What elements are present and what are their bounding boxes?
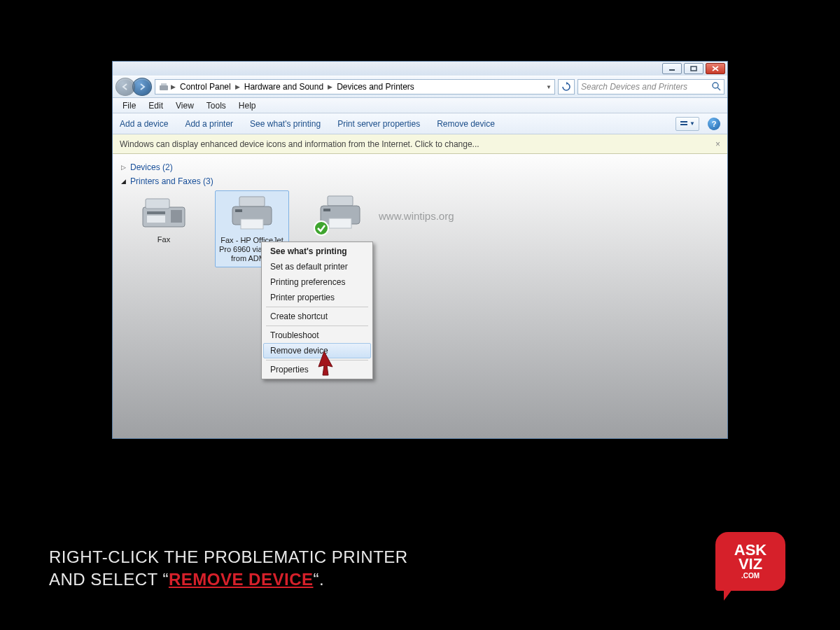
chevron-down-icon[interactable]: ▼ bbox=[546, 84, 552, 90]
help-button[interactable]: ? bbox=[708, 118, 720, 130]
printers-list: Fax Fax - HP OfficeJet Pro 6960 via DOT4… bbox=[121, 190, 719, 267]
search-input[interactable]: Search Devices and Printers bbox=[578, 79, 724, 94]
svg-rect-6 bbox=[680, 121, 687, 122]
svg-rect-19 bbox=[329, 218, 351, 228]
logo-text-com: .COM bbox=[741, 573, 760, 580]
window-titlebar bbox=[113, 62, 727, 76]
device-label: Fax bbox=[158, 235, 170, 244]
add-printer-button[interactable]: Add a printer bbox=[185, 119, 233, 129]
menu-bar: File Edit View Tools Help bbox=[113, 98, 727, 113]
remove-device-button[interactable]: Remove device bbox=[437, 119, 495, 129]
caption-line1: RIGHT-CLICK THE PROBLEMATIC PRINTER bbox=[49, 546, 408, 568]
command-toolbar: Add a device Add a printer See what's pr… bbox=[113, 113, 727, 134]
nav-buttons bbox=[115, 78, 152, 96]
back-button[interactable] bbox=[115, 78, 135, 96]
group-printers[interactable]: ◢ Printers and Faxes (3) bbox=[121, 176, 719, 186]
info-bar[interactable]: Windows can display enhanced device icon… bbox=[113, 134, 727, 154]
menu-tools[interactable]: Tools bbox=[201, 99, 232, 112]
fax-icon bbox=[139, 193, 189, 232]
svg-rect-13 bbox=[239, 197, 265, 206]
refresh-button[interactable] bbox=[558, 79, 575, 94]
annotation-arrow-icon bbox=[313, 350, 337, 378]
view-options-button[interactable]: ▼ bbox=[676, 117, 699, 131]
group-printers-label: Printers and Faxes (3) bbox=[130, 176, 214, 186]
breadcrumb-separator-icon: ▶ bbox=[235, 83, 240, 90]
navigation-bar: ▶ Control Panel ▶ Hardware and Sound ▶ D… bbox=[113, 76, 727, 98]
menu-edit[interactable]: Edit bbox=[143, 99, 169, 112]
see-printing-button[interactable]: See what's printing bbox=[250, 119, 321, 129]
address-bar[interactable]: ▶ Control Panel ▶ Hardware and Sound ▶ D… bbox=[155, 79, 555, 94]
chevron-down-icon: ▼ bbox=[690, 120, 695, 127]
minimize-button[interactable] bbox=[662, 63, 682, 74]
svg-rect-2 bbox=[160, 85, 168, 90]
breadcrumb-hardware-sound[interactable]: Hardware and Sound bbox=[241, 80, 326, 93]
ctx-create-shortcut[interactable]: Create shortcut bbox=[263, 309, 371, 324]
caption-highlight: REMOVE DEVICE bbox=[169, 570, 314, 589]
add-device-button[interactable]: Add a device bbox=[120, 119, 168, 129]
logo-bubble: ASK VIZ .COM bbox=[715, 532, 785, 591]
ctx-printing-preferences[interactable]: Printing preferences bbox=[263, 274, 371, 290]
svg-point-21 bbox=[314, 221, 328, 235]
caption-line2b: “. bbox=[313, 570, 324, 589]
menu-help[interactable]: Help bbox=[233, 99, 262, 112]
search-placeholder: Search Devices and Printers bbox=[581, 82, 687, 92]
svg-rect-9 bbox=[146, 199, 169, 209]
ctx-printer-properties[interactable]: Printer properties bbox=[263, 290, 371, 305]
maximize-button[interactable] bbox=[684, 63, 704, 74]
askviz-logo: ASK VIZ .COM bbox=[715, 532, 792, 602]
printer-icon bbox=[227, 194, 277, 233]
default-check-icon bbox=[314, 220, 329, 236]
breadcrumb-separator-icon: ▶ bbox=[328, 83, 332, 90]
ctx-separator bbox=[266, 326, 368, 326]
ctx-separator bbox=[266, 307, 368, 307]
info-bar-close-icon[interactable]: × bbox=[715, 139, 720, 149]
content-area: ▷ Devices (2) ◢ Printers and Faxes (3) F… bbox=[113, 154, 727, 438]
svg-rect-17 bbox=[328, 196, 353, 206]
device-fax[interactable]: Fax bbox=[127, 190, 201, 267]
group-devices[interactable]: ▷ Devices (2) bbox=[121, 162, 719, 172]
breadcrumb-devices-printers[interactable]: Devices and Printers bbox=[334, 80, 417, 93]
svg-rect-3 bbox=[161, 83, 167, 85]
svg-rect-12 bbox=[147, 216, 165, 223]
watermark-text: www.wintips.org bbox=[379, 210, 454, 222]
instruction-caption: RIGHT-CLICK THE PROBLEMATIC PRINTER AND … bbox=[49, 546, 408, 592]
ctx-see-printing[interactable]: See what's printing bbox=[263, 244, 371, 259]
svg-rect-1 bbox=[691, 66, 696, 71]
ctx-set-default[interactable]: Set as default printer bbox=[263, 259, 371, 274]
collapse-icon: ◢ bbox=[121, 178, 126, 185]
menu-file[interactable]: File bbox=[117, 99, 141, 112]
caption-line2a: AND SELECT “ bbox=[49, 570, 169, 589]
svg-point-4 bbox=[713, 83, 718, 88]
print-server-properties-button[interactable]: Print server properties bbox=[337, 119, 420, 129]
forward-button[interactable] bbox=[132, 78, 152, 96]
devices-icon bbox=[158, 81, 169, 92]
breadcrumb-control-panel[interactable]: Control Panel bbox=[177, 80, 234, 93]
ctx-troubleshoot[interactable]: Troubleshoot bbox=[263, 328, 371, 343]
svg-rect-11 bbox=[147, 211, 165, 214]
svg-rect-15 bbox=[241, 219, 263, 229]
breadcrumb-separator-icon: ▶ bbox=[171, 83, 176, 90]
svg-rect-7 bbox=[680, 124, 687, 125]
group-devices-label: Devices (2) bbox=[130, 162, 173, 172]
svg-rect-16 bbox=[235, 209, 242, 212]
svg-rect-20 bbox=[323, 209, 330, 211]
expand-icon: ▷ bbox=[121, 164, 126, 171]
close-button[interactable] bbox=[706, 63, 725, 74]
devices-printers-window: ▶ Control Panel ▶ Hardware and Sound ▶ D… bbox=[112, 61, 728, 439]
menu-view[interactable]: View bbox=[170, 99, 200, 112]
logo-text-viz: VIZ bbox=[738, 557, 762, 571]
search-icon bbox=[711, 81, 721, 93]
svg-line-5 bbox=[718, 88, 720, 90]
info-bar-text: Windows can display enhanced device icon… bbox=[120, 139, 479, 149]
svg-rect-10 bbox=[171, 210, 182, 223]
